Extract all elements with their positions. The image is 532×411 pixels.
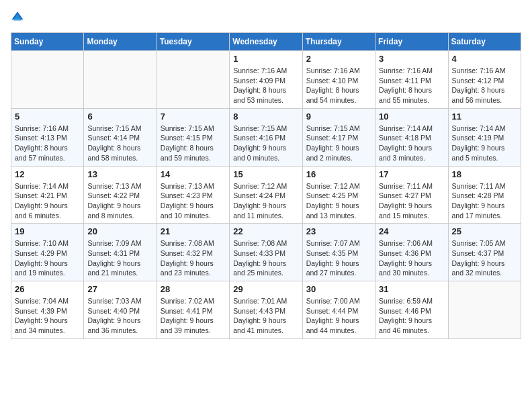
- calendar-cell: 5Sunrise: 7:16 AM Sunset: 4:13 PM Daylig…: [11, 108, 84, 166]
- day-number: 16: [306, 169, 371, 179]
- calendar-cell: 20Sunrise: 7:09 AM Sunset: 4:31 PM Dayli…: [84, 224, 157, 281]
- day-info: Sunrise: 7:16 AM Sunset: 4:13 PM Dayligh…: [15, 124, 80, 163]
- calendar-cell: 4Sunrise: 7:16 AM Sunset: 4:12 PM Daylig…: [448, 51, 521, 109]
- day-number: 1: [233, 54, 298, 64]
- calendar-cell: 23Sunrise: 7:07 AM Sunset: 4:35 PM Dayli…: [302, 224, 375, 281]
- day-info: Sunrise: 7:15 AM Sunset: 4:17 PM Dayligh…: [306, 124, 371, 163]
- calendar-table: SundayMondayTuesdayWednesdayThursdayFrid…: [11, 32, 521, 339]
- day-number: 11: [452, 111, 517, 122]
- calendar-cell: 17Sunrise: 7:11 AM Sunset: 4:27 PM Dayli…: [375, 166, 448, 224]
- day-number: 6: [87, 111, 152, 122]
- calendar-cell: 19Sunrise: 7:10 AM Sunset: 4:29 PM Dayli…: [11, 224, 84, 281]
- day-info: Sunrise: 7:16 AM Sunset: 4:10 PM Dayligh…: [306, 66, 371, 105]
- calendar-cell: 10Sunrise: 7:14 AM Sunset: 4:18 PM Dayli…: [375, 108, 448, 166]
- calendar-cell: 24Sunrise: 7:06 AM Sunset: 4:36 PM Dayli…: [375, 224, 448, 281]
- day-info: Sunrise: 7:12 AM Sunset: 4:25 PM Dayligh…: [306, 181, 371, 221]
- day-number: 8: [233, 111, 298, 122]
- day-number: 31: [379, 284, 444, 294]
- calendar-cell: 25Sunrise: 7:05 AM Sunset: 4:37 PM Dayli…: [448, 224, 521, 281]
- calendar-cell: 22Sunrise: 7:08 AM Sunset: 4:33 PM Dayli…: [230, 224, 302, 281]
- logo-icon: [11, 11, 24, 24]
- day-number: 7: [161, 111, 226, 122]
- logo: [11, 11, 27, 24]
- calendar-weekday-friday: Friday: [375, 33, 448, 51]
- calendar-header-row: SundayMondayTuesdayWednesdayThursdayFrid…: [11, 33, 521, 51]
- calendar-week-row: 26Sunrise: 7:04 AM Sunset: 4:39 PM Dayli…: [11, 281, 521, 339]
- calendar-weekday-wednesday: Wednesday: [230, 33, 302, 51]
- calendar-weekday-saturday: Saturday: [448, 33, 521, 51]
- day-number: 20: [87, 226, 152, 236]
- day-number: 3: [379, 54, 444, 64]
- calendar-week-row: 12Sunrise: 7:14 AM Sunset: 4:21 PM Dayli…: [11, 166, 521, 224]
- day-info: Sunrise: 7:14 AM Sunset: 4:18 PM Dayligh…: [379, 124, 444, 163]
- day-info: Sunrise: 7:02 AM Sunset: 4:41 PM Dayligh…: [161, 296, 226, 336]
- day-info: Sunrise: 7:04 AM Sunset: 4:39 PM Dayligh…: [15, 296, 80, 336]
- calendar-cell: 27Sunrise: 7:03 AM Sunset: 4:40 PM Dayli…: [84, 281, 157, 339]
- calendar-cell: 1Sunrise: 7:16 AM Sunset: 4:09 PM Daylig…: [230, 51, 302, 109]
- day-number: 19: [15, 226, 80, 236]
- calendar-cell: [157, 51, 229, 109]
- day-info: Sunrise: 7:15 AM Sunset: 4:15 PM Dayligh…: [161, 124, 226, 163]
- calendar-cell: 15Sunrise: 7:12 AM Sunset: 4:24 PM Dayli…: [230, 166, 302, 224]
- calendar-cell: 14Sunrise: 7:13 AM Sunset: 4:23 PM Dayli…: [157, 166, 229, 224]
- calendar-weekday-sunday: Sunday: [11, 33, 84, 51]
- calendar-cell: 2Sunrise: 7:16 AM Sunset: 4:10 PM Daylig…: [302, 51, 375, 109]
- day-number: 25: [452, 226, 517, 236]
- calendar-cell: 12Sunrise: 7:14 AM Sunset: 4:21 PM Dayli…: [11, 166, 84, 224]
- calendar-cell: 29Sunrise: 7:01 AM Sunset: 4:43 PM Dayli…: [230, 281, 302, 339]
- day-number: 24: [379, 226, 444, 236]
- calendar-weekday-tuesday: Tuesday: [157, 33, 229, 51]
- day-info: Sunrise: 7:15 AM Sunset: 4:14 PM Dayligh…: [87, 124, 152, 163]
- calendar-body: 1Sunrise: 7:16 AM Sunset: 4:09 PM Daylig…: [11, 51, 521, 339]
- day-number: 26: [15, 284, 80, 294]
- calendar-cell: [448, 281, 521, 339]
- day-number: 22: [233, 226, 298, 236]
- calendar-week-row: 19Sunrise: 7:10 AM Sunset: 4:29 PM Dayli…: [11, 224, 521, 281]
- day-number: 5: [15, 111, 80, 122]
- day-number: 17: [379, 169, 444, 179]
- day-info: Sunrise: 7:11 AM Sunset: 4:27 PM Dayligh…: [379, 181, 444, 221]
- day-info: Sunrise: 7:10 AM Sunset: 4:29 PM Dayligh…: [15, 238, 80, 278]
- day-info: Sunrise: 7:14 AM Sunset: 4:19 PM Dayligh…: [452, 124, 517, 163]
- day-info: Sunrise: 6:59 AM Sunset: 4:46 PM Dayligh…: [379, 296, 444, 336]
- day-info: Sunrise: 7:13 AM Sunset: 4:22 PM Dayligh…: [87, 181, 152, 221]
- day-info: Sunrise: 7:11 AM Sunset: 4:28 PM Dayligh…: [452, 181, 517, 221]
- day-number: 2: [306, 54, 371, 64]
- calendar-week-row: 5Sunrise: 7:16 AM Sunset: 4:13 PM Daylig…: [11, 108, 521, 166]
- calendar-cell: 9Sunrise: 7:15 AM Sunset: 4:17 PM Daylig…: [302, 108, 375, 166]
- calendar-cell: 30Sunrise: 7:00 AM Sunset: 4:44 PM Dayli…: [302, 281, 375, 339]
- day-number: 12: [15, 169, 80, 179]
- day-number: 21: [161, 226, 226, 236]
- day-number: 18: [452, 169, 517, 179]
- day-info: Sunrise: 7:16 AM Sunset: 4:12 PM Dayligh…: [452, 66, 517, 105]
- page-header: [11, 11, 521, 24]
- day-info: Sunrise: 7:16 AM Sunset: 4:11 PM Dayligh…: [379, 66, 444, 105]
- day-number: 30: [306, 284, 371, 294]
- day-info: Sunrise: 7:03 AM Sunset: 4:40 PM Dayligh…: [87, 296, 152, 336]
- day-info: Sunrise: 7:12 AM Sunset: 4:24 PM Dayligh…: [233, 181, 298, 221]
- day-info: Sunrise: 7:08 AM Sunset: 4:33 PM Dayligh…: [233, 238, 298, 278]
- day-info: Sunrise: 7:05 AM Sunset: 4:37 PM Dayligh…: [452, 238, 517, 278]
- day-info: Sunrise: 7:06 AM Sunset: 4:36 PM Dayligh…: [379, 238, 444, 278]
- calendar-cell: [84, 51, 157, 109]
- calendar-cell: 3Sunrise: 7:16 AM Sunset: 4:11 PM Daylig…: [375, 51, 448, 109]
- calendar-weekday-monday: Monday: [84, 33, 157, 51]
- calendar-week-row: 1Sunrise: 7:16 AM Sunset: 4:09 PM Daylig…: [11, 51, 521, 109]
- day-number: 28: [161, 284, 226, 294]
- day-info: Sunrise: 7:07 AM Sunset: 4:35 PM Dayligh…: [306, 238, 371, 278]
- day-info: Sunrise: 7:08 AM Sunset: 4:32 PM Dayligh…: [161, 238, 226, 278]
- calendar-cell: 18Sunrise: 7:11 AM Sunset: 4:28 PM Dayli…: [448, 166, 521, 224]
- day-number: 14: [161, 169, 226, 179]
- day-info: Sunrise: 7:16 AM Sunset: 4:09 PM Dayligh…: [233, 66, 298, 105]
- calendar-cell: 13Sunrise: 7:13 AM Sunset: 4:22 PM Dayli…: [84, 166, 157, 224]
- calendar-cell: 6Sunrise: 7:15 AM Sunset: 4:14 PM Daylig…: [84, 108, 157, 166]
- calendar-weekday-thursday: Thursday: [302, 33, 375, 51]
- calendar-cell: [11, 51, 84, 109]
- calendar-cell: 21Sunrise: 7:08 AM Sunset: 4:32 PM Dayli…: [157, 224, 229, 281]
- day-number: 4: [452, 54, 517, 64]
- calendar-cell: 8Sunrise: 7:15 AM Sunset: 4:16 PM Daylig…: [230, 108, 302, 166]
- day-info: Sunrise: 7:01 AM Sunset: 4:43 PM Dayligh…: [233, 296, 298, 336]
- calendar-cell: 16Sunrise: 7:12 AM Sunset: 4:25 PM Dayli…: [302, 166, 375, 224]
- day-info: Sunrise: 7:14 AM Sunset: 4:21 PM Dayligh…: [15, 181, 80, 221]
- day-number: 13: [87, 169, 152, 179]
